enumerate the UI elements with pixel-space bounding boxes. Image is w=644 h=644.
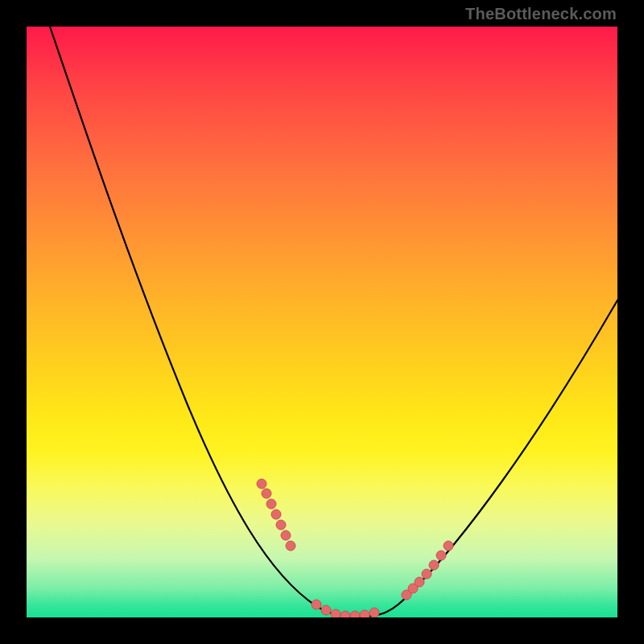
marker-dot bbox=[262, 489, 271, 498]
marker-dot bbox=[436, 551, 446, 560]
marker-dot bbox=[341, 611, 350, 617]
marker-dot bbox=[444, 541, 453, 551]
marker-dot bbox=[312, 600, 321, 609]
marker-dot bbox=[422, 569, 431, 579]
marker-dot bbox=[281, 530, 291, 540]
chart-svg bbox=[27, 27, 617, 617]
highlight-dots-group bbox=[257, 479, 453, 617]
bottleneck-curve-path bbox=[50, 27, 617, 617]
marker-dot bbox=[257, 479, 266, 489]
marker-dot bbox=[286, 541, 295, 551]
marker-dot bbox=[350, 611, 360, 617]
marker-dot bbox=[360, 610, 369, 617]
marker-dot bbox=[271, 510, 281, 519]
marker-dot bbox=[429, 560, 439, 570]
marker-dot bbox=[369, 608, 379, 617]
marker-dot bbox=[415, 577, 424, 587]
marker-dot bbox=[276, 520, 286, 530]
marker-dot bbox=[266, 499, 276, 509]
marker-dot bbox=[321, 605, 331, 615]
chart-plot-area bbox=[27, 27, 617, 617]
attribution-text: TheBottleneck.com bbox=[465, 5, 617, 23]
marker-dot bbox=[331, 609, 341, 617]
